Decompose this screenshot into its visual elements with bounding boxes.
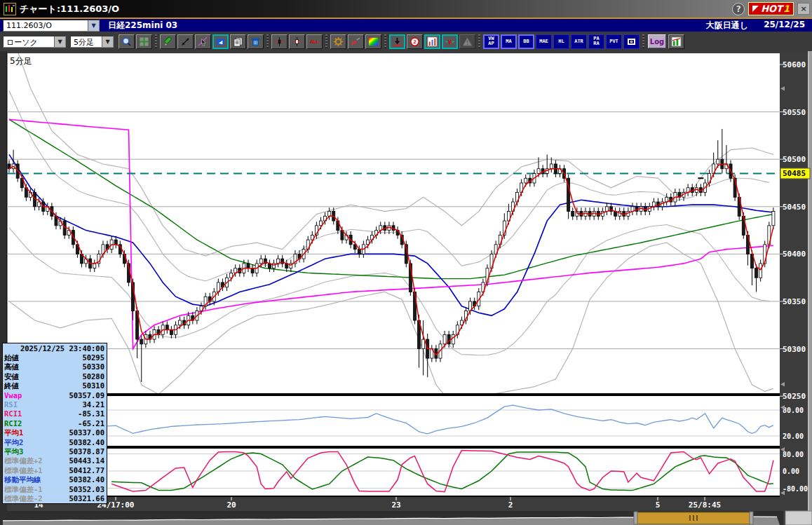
- gear-icon[interactable]: [330, 34, 346, 49]
- navigator-scrollbar: [0, 511, 812, 525]
- tooltip-row: 終値50310: [4, 381, 104, 390]
- indicator-button-ma[interactable]: MA: [501, 34, 517, 49]
- tooltip-row: 高値50330: [4, 362, 104, 371]
- svg-text:50450: 50450: [783, 203, 806, 212]
- svg-text:50300: 50300: [783, 345, 806, 354]
- rainbow-icon[interactable]: [365, 34, 381, 49]
- chevron-down-icon[interactable]: ▼: [102, 36, 113, 47]
- tools-icon[interactable]: [348, 34, 364, 49]
- hot1-badge[interactable]: HOT1: [748, 2, 794, 15]
- svg-text:0.00: 0.00: [783, 468, 799, 475]
- toolbar-separator: [266, 34, 269, 48]
- chart-canvas[interactable]: 5060050550505005045050400503505030050250…: [0, 51, 812, 525]
- svg-text:ALL: ALL: [310, 39, 319, 44]
- indicator-button-hl[interactable]: HL: [553, 34, 569, 49]
- crosshair-icon[interactable]: [136, 34, 152, 49]
- window-title: チャート:111.2603/O: [20, 3, 119, 15]
- two-icon[interactable]: 2: [407, 34, 423, 49]
- indicator-button-vwap[interactable]: VW AP: [483, 34, 499, 49]
- tooltip-row: 標準偏差+250443.14: [4, 456, 104, 465]
- instrument-name: 日経225mini 03: [108, 20, 177, 32]
- svg-text:80.00: 80.00: [783, 451, 804, 458]
- toolbar-separator: [155, 34, 157, 48]
- hot-flag-icon: [752, 6, 759, 12]
- trash-icon[interactable]: [248, 34, 264, 49]
- svg-text:23: 23: [391, 500, 400, 510]
- tooltip-row: RCI2-65.21: [4, 419, 104, 428]
- svg-text:¥: ¥: [448, 39, 452, 46]
- svg-text:20.00: 20.00: [783, 432, 804, 440]
- chart-red-icon[interactable]: [424, 34, 440, 49]
- chevron-down-icon[interactable]: ▼: [54, 36, 65, 47]
- symbol-select[interactable]: 111.2603/O ▼: [3, 20, 100, 32]
- indicator-button-pvt[interactable]: PVT: [606, 34, 622, 49]
- svg-text:50400: 50400: [783, 250, 806, 259]
- title-bar: チャート:111.2603/O ? HOT1 ×: [0, 0, 812, 18]
- indicator-button-mae[interactable]: MAE: [536, 34, 552, 49]
- tooltip-row: Vwap50357.09: [4, 391, 104, 400]
- warn-icon: [459, 34, 475, 49]
- candle-right-icon[interactable]: [289, 34, 305, 49]
- chart-window: チャート:111.2603/O ? HOT1 × 111.2603/O ▼ 日経…: [0, 0, 812, 525]
- zoom-icon[interactable]: [119, 34, 135, 49]
- drag-grip-icon: [693, 515, 694, 521]
- svg-text:50600: 50600: [783, 60, 806, 69]
- tooltip-row: 標準偏差-150352.03: [4, 485, 104, 494]
- tooltip-row: RSI34.21: [4, 400, 104, 409]
- svg-text:5: 5: [656, 500, 661, 510]
- scroll-corner: [785, 511, 812, 525]
- svg-text:2: 2: [413, 39, 416, 45]
- copy-icon[interactable]: [230, 34, 246, 49]
- pencil-icon[interactable]: [160, 34, 176, 49]
- indicator-button-para[interactable]: PA RA: [588, 34, 604, 49]
- chart-settings-icon[interactable]: [668, 34, 684, 49]
- drag-grip-icon: [696, 515, 698, 521]
- tooltip-row: 標準偏差+150412.77: [4, 466, 104, 475]
- cursor-icon[interactable]: [195, 34, 211, 49]
- session-label: 大阪日通し: [706, 20, 748, 32]
- toolbar-separator: [325, 34, 327, 48]
- timeframe-label: 5分足: [10, 55, 32, 67]
- svg-text:-80.00: -80.00: [783, 485, 808, 493]
- eraser-icon[interactable]: [212, 34, 229, 49]
- tooltip-row: 平均250382.40: [4, 438, 104, 447]
- navigator-handle-left[interactable]: [634, 512, 637, 524]
- trend-icon[interactable]: [177, 34, 194, 49]
- date-label: 25/12/25: [764, 20, 805, 32]
- tooltip-row: 平均350378.87: [4, 447, 104, 456]
- log-button[interactable]: Log: [648, 34, 666, 48]
- indicator-button-square-nested[interactable]: [623, 34, 640, 49]
- symbol-bar: 111.2603/O ▼ 日経225mini 03 大阪日通し 25/12/25: [0, 19, 812, 32]
- drag-grip-icon: [689, 515, 691, 521]
- tooltip-row: RCI1-85.31: [4, 409, 104, 418]
- all-icon[interactable]: ALL: [306, 34, 323, 49]
- svg-text:80.00: 80.00: [783, 407, 804, 414]
- tooltip-row: 標準偏差-250321.66: [4, 494, 104, 503]
- svg-text:20: 20: [226, 500, 236, 510]
- candle-left-icon[interactable]: [271, 34, 287, 49]
- svg-text:2: 2: [508, 500, 513, 510]
- toolbar-separator: [384, 34, 386, 48]
- app-icon: [4, 3, 16, 15]
- ohlc-tooltip-panel: 2025/12/25 23:40:00 始値50295高値50330安値5028…: [2, 343, 107, 504]
- close-icon[interactable]: ×: [797, 3, 810, 15]
- timeframe-select[interactable]: 5分足 ▼: [70, 36, 114, 48]
- toolbar: ローソク ▼ 5分足 ▼ ALL2¥VW APMABBMAEHLATRPA RA…: [0, 32, 812, 51]
- tooltip-row: 平均150337.00: [4, 428, 104, 437]
- chevron-down-icon[interactable]: ▼: [88, 20, 99, 31]
- indicator-button-bb[interactable]: BB: [518, 34, 534, 49]
- tooltip-datetime: 2025/12/25 23:40:00: [4, 344, 104, 353]
- yen-icon[interactable]: ¥: [442, 34, 458, 49]
- tooltip-row: 始値50295: [4, 353, 104, 362]
- tooltip-row: 安値50280: [4, 372, 104, 381]
- svg-text:50500: 50500: [783, 155, 806, 164]
- toolbar-separator: [642, 34, 644, 48]
- toolbar-separator: [478, 34, 480, 48]
- indicator-button-atr[interactable]: ATR: [571, 34, 587, 49]
- svg-text:50250: 50250: [783, 392, 806, 401]
- chart-type-select[interactable]: ローソク ▼: [3, 36, 66, 48]
- download-icon[interactable]: [389, 34, 405, 49]
- svg-text:25/8:45: 25/8:45: [689, 500, 721, 510]
- navigator-handle-right[interactable]: [750, 512, 753, 524]
- help-button[interactable]: ?: [732, 3, 745, 15]
